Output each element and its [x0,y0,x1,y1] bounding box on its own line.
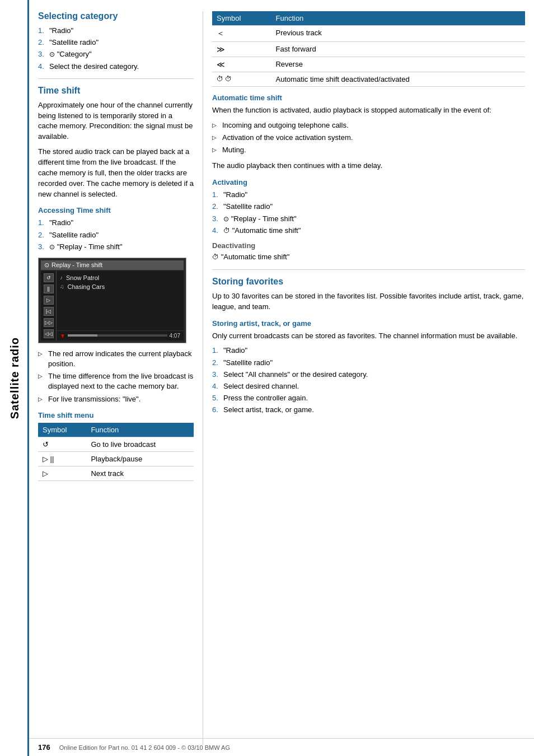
symbol-cell: ▷ [38,466,86,480]
storing-artist-title: Storing artist, track, or game [212,319,525,328]
screenshot-controls: ↺ || ▷ |◁ ▷▷ ◁◁ [41,271,57,340]
symbol-table: Symbol Function ＜ Previous track ≫ Fast … [212,11,525,87]
list-item: ⊙ "Replay - Time shift" [223,214,525,224]
track-row: ♪ Snow Patrol [60,273,180,282]
bullet-item: Muting. [212,145,525,155]
ctrl-rev[interactable]: ◁◁ [44,329,54,338]
list-item: "Satellite radio" [49,38,194,48]
progress-fill [68,334,97,337]
ctrl-clock[interactable]: ↺ [44,273,54,282]
table-row: ▷ || Playback/pause [38,451,194,466]
progress-arrow-icon: ▼ [60,333,65,339]
deactivating-text: ⏱ "Automatic time shift" [212,252,525,263]
symbol-cell: ≪ [212,57,271,72]
activating-title: Activating [212,178,525,186]
time-shift-para2: The stored audio track can be played bac… [38,147,194,199]
col-function: Function [271,11,525,26]
screenshot-bullets: The red arrow indicates the current play… [38,349,194,404]
page-container: Satellite radio Selecting category "Radi… [0,0,534,756]
function-cell: Previous track [271,26,525,42]
music-icon: ♫ [60,283,64,290]
right-column: Symbol Function ＜ Previous track ≫ Fast … [203,11,534,745]
ctrl-ffwd[interactable]: ▷▷ [44,318,54,327]
list-item: ⊙ "Replay - Time shift" [49,242,194,252]
symbol-cell: ↺ [38,437,86,451]
bullet-item: The red arrow indicates the current play… [38,349,194,369]
table-row: ⏱ ⏱ Automatic time shift deactivated/act… [212,72,525,87]
col-function: Function [86,423,194,437]
tracks-list: ♪ Snow Patrol ♫ Chasing Cars [57,271,184,330]
list-item: ⊙ "Category" [49,49,194,59]
progress-bar [68,334,167,337]
page-number: 176 [38,743,50,752]
track-icon: ♪ [60,274,63,281]
table-header-row: Symbol Function [212,11,525,26]
screenshot-icon: ⊙ [44,262,49,269]
screenshot-titlebar: ⊙ Replay - Time shift [41,260,184,270]
auto-icon: ⏱ [223,227,230,235]
time-shift-menu-title: Time shift menu [38,411,194,419]
list-item: "Radio" [223,346,525,356]
automatic-time-shift-section: Automatic time shift When the function i… [212,94,525,263]
list-item: ⏱ "Automatic time shift" [223,226,525,236]
auto-time-shift-title: Automatic time shift [212,94,525,102]
ctrl-pause[interactable]: || [44,284,54,293]
auto-time-shift-intro: When the function is activated, audio pl… [212,105,525,116]
bullet-item: Activation of the voice activation syste… [212,133,525,143]
table-header-row: Symbol Function [38,423,194,437]
ctrl-play[interactable]: ▷ [44,296,54,305]
footer-text: Online Edition for Part no. 01 41 2 604 … [59,744,230,751]
divider [38,78,194,79]
main-content: Selecting category "Radio" "Satellite ra… [29,0,534,756]
bullet-item: The time difference from the live broadc… [38,371,194,391]
storing-favorites-section: Storing favorites Up to 30 favorites can… [212,277,525,416]
list-item: Select the desired category. [49,62,194,72]
divider-2 [212,269,525,270]
function-cell: Go to live broadcast [86,437,194,451]
auto-time-shift-bullets: Incoming and outgoing telephone calls. A… [212,120,525,156]
deactivate-icon: ⏱ [212,253,219,261]
list-item: "Radio" [223,190,525,200]
track-name: Snow Patrol [66,274,99,281]
function-cell: Reverse [271,57,525,72]
progress-area: ▼ 4:07 [57,330,184,340]
table-row: ≫ Fast forward [212,42,525,57]
bullet-item: Incoming and outgoing telephone calls. [212,120,525,130]
table-row: ↺ Go to live broadcast [38,437,194,451]
symbol-cell: ▷ || [38,451,86,466]
screenshot-tracks-area: ♪ Snow Patrol ♫ Chasing Cars ▼ [57,271,184,340]
table-body: ↺ Go to live broadcast ▷ || Playback/pau… [38,437,194,480]
symbol-cell: ＜ [212,26,271,42]
deactivating-title: Deactivating [212,241,525,250]
table-row: ≪ Reverse [212,57,525,72]
auto-time-shift-after: The audio playback then continues with a… [212,161,525,171]
storing-artist-intro: Only current broadcasts can be stored as… [212,331,525,342]
left-column: Selecting category "Radio" "Satellite ra… [29,11,203,745]
time-shift-menu-table: Symbol Function ↺ Go to live broadcast ▷… [38,423,194,481]
replay-screenshot: ⊙ Replay - Time shift ↺ || ▷ |◁ ▷▷ ◁◁ [38,258,186,343]
track-name: Chasing Cars [68,283,105,290]
activating-steps: "Radio" "Satellite radio" ⊙ "Replay - Ti… [212,190,525,236]
time-label: 4:07 [170,333,180,339]
ctrl-prev[interactable]: |◁ [44,307,54,316]
bullet-item: For live transmissions: "live". [38,394,194,404]
category-icon: ⊙ [49,50,55,58]
col-symbol: Symbol [212,11,271,26]
col-symbol: Symbol [38,423,86,437]
list-item: "Satellite radio" [49,230,194,240]
list-item: Select "All channels" or the desired cat… [223,370,525,380]
accessing-steps-list: "Radio" "Satellite radio" ⊙ "Replay - Ti… [38,218,194,252]
table-row: ＜ Previous track [212,26,525,42]
replay-icon-2: ⊙ [223,215,229,223]
selecting-category-section: Selecting category "Radio" "Satellite ra… [38,11,194,72]
time-shift-section: Time shift Approximately one hour of the… [38,86,194,481]
function-cell: Next track [86,466,194,480]
list-item: "Satellite radio" [223,358,525,368]
accessing-title: Accessing Time shift [38,206,194,214]
list-item: Select artist, track, or game. [223,405,525,415]
list-item: "Satellite radio" [223,202,525,212]
function-cell: Automatic time shift deactivated/activat… [271,72,525,87]
selecting-category-list: "Radio" "Satellite radio" ⊙ "Category" S… [38,26,194,72]
function-cell: Playback/pause [86,451,194,466]
table-header: Symbol Function [212,11,525,26]
